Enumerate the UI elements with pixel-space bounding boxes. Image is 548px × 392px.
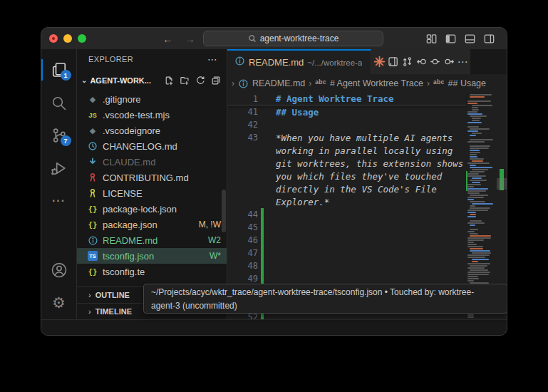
tooltip-line2: agent-3 (uncommitted): [151, 299, 500, 313]
minimize-window-button[interactable]: [63, 34, 72, 43]
title-bar: ← → agent-worktree-trace: [41, 28, 507, 49]
sidebar-more-actions-icon[interactable]: ⋯: [207, 53, 218, 65]
new-file-icon[interactable]: [164, 76, 174, 86]
activity-source-control[interactable]: 7: [41, 119, 77, 152]
file-name: .vscodeignore: [103, 125, 160, 136]
minimap-line: [472, 109, 479, 110]
minimap-line: [467, 210, 488, 211]
git-status-badge: M, !W: [199, 220, 221, 229]
activity-more[interactable]: ···: [41, 185, 77, 217]
compare-changes-icon[interactable]: [401, 56, 413, 68]
minimap-line: [467, 314, 474, 316]
toggle-secondary-sidebar-icon[interactable]: [483, 33, 495, 45]
file-row-tsconfig-te[interactable]: {}tsconfig.te: [77, 264, 227, 279]
minimap-line: [470, 150, 480, 151]
code-line: working in parallel locally using: [227, 144, 466, 157]
breadcrumb-item[interactable]: ## Usage: [448, 78, 487, 88]
folder-section-header[interactable]: ⌄ AGENT-WORK...: [77, 69, 227, 91]
file-row-claude-md[interactable]: CLAUDE.md: [77, 154, 227, 170]
minimap-line: [467, 126, 479, 128]
file-row-tsconfig-json[interactable]: TStsconfig.jsonW*: [77, 248, 227, 264]
code-text: directly in the VS Code's File: [258, 184, 437, 195]
minimap-line: [470, 250, 490, 252]
breadcrumb-item[interactable]: README.md: [252, 78, 305, 88]
chevron-right-icon: ›: [232, 78, 234, 88]
command-center-search[interactable]: agent-worktree-trace: [203, 31, 383, 46]
activity-files[interactable]: 1: [41, 53, 77, 86]
minimap-line: [467, 186, 474, 187]
code-line: 42: [227, 118, 466, 131]
nav-forward-button[interactable]: →: [185, 33, 195, 45]
file-row--vscode-test-mjs[interactable]: JS.vscode-test.mjs: [77, 107, 227, 123]
minimap-line: [470, 214, 476, 215]
tab-label: README.md: [249, 57, 304, 68]
file-row-readme-md[interactable]: README.mdW2: [77, 232, 227, 248]
breadcrumb-item[interactable]: # Agent Worktree Trace: [330, 78, 423, 88]
file-name: CHANGELOG.md: [103, 141, 177, 152]
minimap-line: [467, 188, 488, 190]
nav-forward-circle-icon[interactable]: [443, 56, 455, 68]
minimap-line: [472, 120, 480, 121]
folder-section-label: AGENT-WORK...: [90, 76, 151, 85]
js-icon: JS: [87, 111, 98, 119]
file-row--vscodeignore[interactable]: ◆.vscodeignore: [77, 123, 227, 138]
tab-readme[interactable]: README.md ~/.../worktree-a: [227, 49, 371, 74]
vscode-window: ← → agent-worktree-trace 17···⚙ EXPLORER…: [41, 27, 507, 336]
file-row--gitignore[interactable]: ◆.gitignore: [77, 91, 227, 107]
close-window-button[interactable]: [49, 34, 58, 43]
file-name: LICENSE: [103, 188, 143, 199]
minimap-line: [470, 235, 491, 237]
minimap-line: [470, 225, 475, 226]
minimap-line: [467, 184, 481, 185]
minimap-line: [467, 141, 485, 143]
activity-settings-gear[interactable]: ⚙: [41, 287, 77, 319]
info-icon: [238, 78, 249, 89]
chevron-right-icon: ›: [88, 291, 91, 299]
file-row-contributing-md[interactable]: CONTRIBUTING.md: [77, 170, 227, 185]
minimap-line: [470, 265, 487, 267]
toggle-panel-icon[interactable]: [464, 33, 476, 45]
nav-back-circle-icon[interactable]: [415, 56, 428, 68]
nav-back-button[interactable]: ←: [162, 33, 173, 45]
open-preview-icon[interactable]: [387, 56, 399, 68]
minimap-line: [470, 233, 478, 234]
minimap-line: [467, 103, 477, 104]
claude-icon[interactable]: [373, 56, 386, 68]
code-line: 47: [227, 247, 466, 259]
new-folder-icon[interactable]: [180, 76, 190, 86]
minimap-line: [467, 276, 478, 277]
file-row-package-json[interactable]: {}package.jsonM, !W: [77, 217, 227, 232]
sidebar-scrollbar[interactable]: [222, 190, 226, 232]
toggle-primary-sidebar-icon[interactable]: [445, 33, 457, 45]
nav-circle-icon[interactable]: [429, 56, 441, 68]
minimap-line: [470, 269, 488, 271]
minimap-line: [470, 128, 490, 130]
line-number: 1: [227, 94, 258, 104]
minimap-line: [472, 261, 478, 262]
minimap-line: [467, 122, 482, 123]
file-row-changelog-md[interactable]: CHANGELOG.md: [77, 138, 227, 154]
minimap-line: [470, 158, 484, 160]
activity-account[interactable]: [41, 254, 77, 287]
activity-search[interactable]: [41, 86, 77, 119]
gutter-added-indicator: [261, 234, 264, 247]
minimap-line: [472, 133, 482, 134]
collapse-all-icon[interactable]: [211, 76, 221, 86]
more-actions-icon[interactable]: ⋯: [457, 56, 468, 68]
file-row-license[interactable]: LICENSE: [77, 185, 227, 201]
gutter-added-indicator: [261, 221, 264, 234]
chevron-right-icon: ›: [309, 78, 311, 88]
activity-run-debug[interactable]: [41, 152, 77, 185]
refresh-icon[interactable]: [195, 76, 205, 86]
line-number: 42: [227, 120, 258, 130]
editor-scrollbar-thumb[interactable]: [497, 178, 507, 190]
minimap-line: [470, 94, 492, 96]
file-row-package-lock-json[interactable]: {}package-lock.json: [77, 201, 227, 217]
status-bar: [41, 319, 507, 335]
zoom-window-button[interactable]: [78, 34, 86, 43]
customize-layout-icon[interactable]: [425, 33, 438, 45]
minimap-line: [470, 135, 476, 136]
file-name: README.md: [103, 235, 157, 246]
minimap-line: [472, 259, 489, 260]
minimap-line: [470, 96, 485, 98]
